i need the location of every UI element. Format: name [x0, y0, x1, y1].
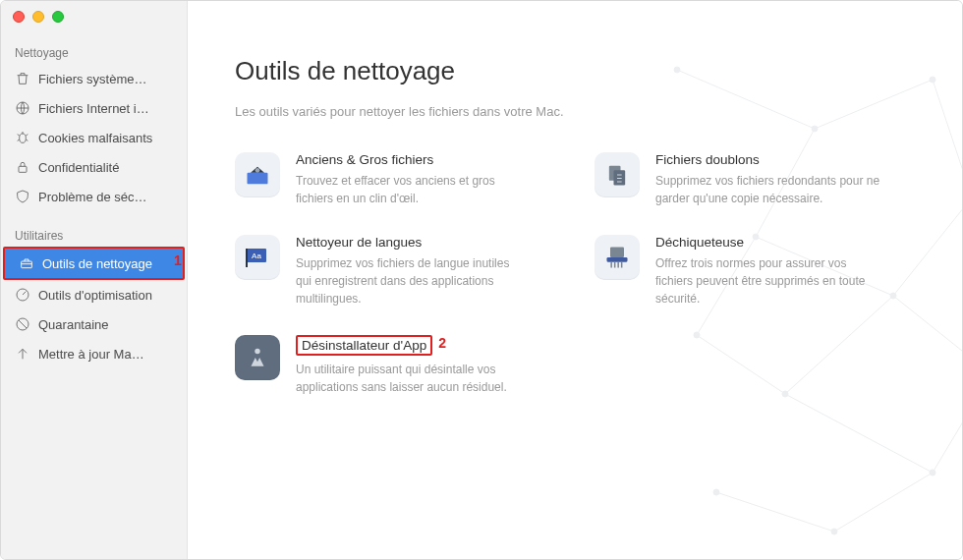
svg-point-33: [255, 168, 260, 173]
svg-point-21: [812, 126, 818, 132]
sidebar-section-utilities: Utilitaires: [1, 221, 187, 247]
svg-rect-2: [19, 166, 27, 172]
tool-title: Fichiers doublons: [655, 152, 881, 167]
arrow-up-icon: [15, 346, 30, 362]
sidebar-item-optimization-tools[interactable]: Outils d'optimisation: [1, 280, 187, 309]
svg-line-19: [716, 492, 834, 532]
main-content: Outils de nettoyage Les outils variés po…: [188, 1, 962, 559]
svg-rect-32: [248, 173, 268, 185]
svg-line-17: [834, 473, 933, 532]
sidebar: Nettoyage Fichiers système… Fichiers Int…: [1, 1, 188, 559]
svg-point-29: [930, 470, 935, 476]
tool-desc: Supprimez vos fichiers redondants pour n…: [655, 172, 881, 207]
tools-grid: Anciens & Gros fichiers Trouvez et effac…: [235, 152, 915, 396]
ban-icon: [15, 316, 30, 332]
sidebar-item-cleanup-tools[interactable]: Outils de nettoyage: [3, 247, 185, 280]
sidebar-item-system-files[interactable]: Fichiers système…: [1, 64, 187, 93]
toolbox-icon: [19, 255, 34, 271]
globe-icon: [15, 100, 30, 116]
tool-language-cleaner[interactable]: Aa Nettoyeur de langues Supprimez vos fi…: [235, 235, 555, 308]
box-files-icon: [235, 152, 280, 197]
window-controls: [13, 11, 64, 23]
lock-icon: [15, 159, 30, 175]
tool-desc: Un utilitaire puissant qui désintalle vo…: [296, 361, 522, 396]
svg-rect-35: [614, 170, 626, 185]
sidebar-item-label: Confidentialité: [38, 160, 119, 175]
tool-duplicate-files[interactable]: Fichiers doublons Supprimez vos fichiers…: [595, 152, 915, 207]
svg-line-9: [933, 80, 962, 197]
trash-icon: [15, 71, 30, 86]
svg-point-31: [713, 489, 719, 495]
fullscreen-window-button[interactable]: [52, 11, 64, 23]
page-subtitle: Les outils variés pour nettoyer les fich…: [235, 104, 915, 119]
annotation-1: 1: [174, 252, 182, 268]
tool-title: Désinstallateur d'App: [296, 335, 432, 356]
minimize-window-button[interactable]: [32, 11, 44, 23]
sidebar-item-privacy[interactable]: Confidentialité: [1, 152, 187, 182]
tool-desc: Offrez trois normes pour assurer vos fic…: [655, 254, 881, 308]
svg-text:Aa: Aa: [252, 252, 261, 260]
app-window: Nettoyage Fichiers système… Fichiers Int…: [0, 0, 963, 560]
bug-icon: [15, 130, 30, 145]
sidebar-item-label: Problème de séc…: [38, 190, 147, 204]
sidebar-item-label: Fichiers Internet i…: [38, 101, 149, 116]
svg-point-45: [255, 349, 259, 354]
svg-line-16: [933, 374, 962, 473]
tool-large-old-files[interactable]: Anciens & Gros fichiers Trouvez et effac…: [235, 152, 555, 207]
sidebar-item-security[interactable]: Problème de séc…: [1, 182, 187, 211]
duplicate-files-icon: [595, 152, 640, 197]
svg-point-1: [20, 134, 27, 142]
tool-shredder[interactable]: Déchiqueteuse Offrez trois normes pour a…: [595, 235, 915, 308]
svg-point-30: [831, 529, 837, 534]
tool-title: Nettoyeur de langues: [296, 235, 522, 250]
sidebar-item-quarantine[interactable]: Quarantaine: [1, 309, 187, 339]
language-flag-icon: Aa: [235, 235, 280, 280]
sidebar-item-cookies[interactable]: Cookies malfaisants: [1, 123, 187, 152]
sidebar-item-label: Mettre à jour Ma…: [38, 347, 144, 362]
sidebar-section-cleanup: Nettoyage: [1, 38, 187, 64]
page-title: Outils de nettoyage: [235, 56, 915, 86]
tool-app-uninstaller[interactable]: Désinstallateur d'App 2 Un utilitaire pu…: [235, 335, 555, 396]
close-window-button[interactable]: [13, 11, 25, 23]
svg-rect-40: [607, 257, 628, 262]
svg-rect-39: [610, 248, 624, 258]
gauge-icon: [15, 287, 30, 303]
tool-desc: Trouvez et effacer vos anciens et gros f…: [296, 172, 522, 207]
tool-title: Anciens & Gros fichiers: [296, 152, 522, 167]
tool-desc: Supprimez vos fichiers de langue inutile…: [296, 254, 522, 308]
app-uninstaller-icon: [235, 335, 280, 380]
sidebar-item-label: Fichiers système…: [38, 72, 147, 86]
svg-line-15: [785, 394, 933, 473]
annotation-2: 2: [438, 335, 446, 351]
tool-title: Déchiqueteuse: [655, 235, 881, 250]
sidebar-item-label: Outils de nettoyage: [42, 256, 152, 271]
svg-rect-3: [22, 261, 32, 268]
sidebar-item-label: Cookies malfaisants: [38, 131, 152, 145]
sidebar-item-update[interactable]: Mettre à jour Ma…: [1, 339, 187, 368]
sidebar-item-label: Quarantaine: [38, 317, 109, 332]
sidebar-item-internet-files[interactable]: Fichiers Internet i…: [1, 93, 187, 123]
shield-icon: [15, 189, 30, 204]
shredder-icon: [595, 235, 640, 280]
sidebar-item-label: Outils d'optimisation: [38, 288, 152, 303]
svg-point-22: [930, 77, 935, 83]
